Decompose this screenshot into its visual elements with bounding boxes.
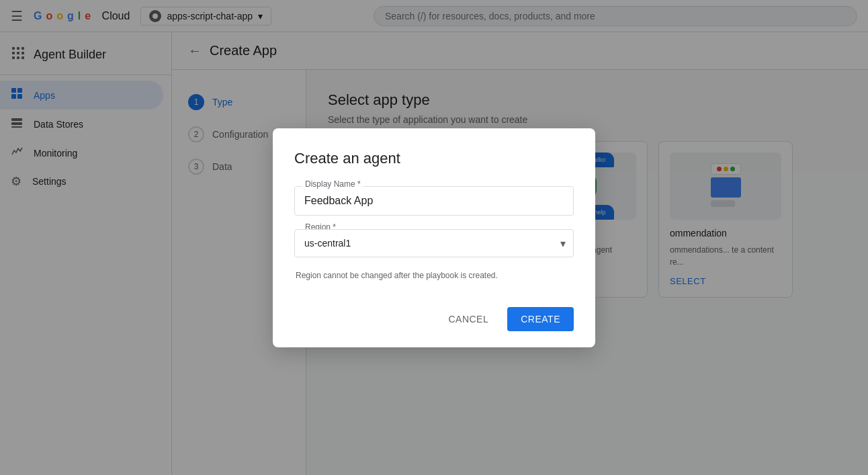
display-name-field-wrapper: Display Name * [294, 186, 574, 216]
region-hint: Region cannot be changed after the playb… [294, 271, 574, 280]
dialog-overlay: Create an agent Display Name * Region * … [0, 0, 868, 475]
dialog-actions: CANCEL CREATE [294, 307, 574, 331]
region-select[interactable]: us-central1 us-east1 europe-west1 asia-e… [294, 229, 574, 257]
create-agent-dialog: Create an agent Display Name * Region * … [273, 128, 595, 347]
display-name-input[interactable] [294, 186, 574, 216]
cancel-button[interactable]: CANCEL [435, 307, 502, 331]
dialog-title: Create an agent [294, 150, 574, 167]
display-name-label: Display Name * [302, 179, 363, 189]
region-select-wrapper: us-central1 us-east1 europe-west1 asia-e… [294, 229, 574, 257]
region-field-wrapper: Region * us-central1 us-east1 europe-wes… [294, 229, 574, 257]
create-button[interactable]: CREATE [507, 307, 574, 331]
